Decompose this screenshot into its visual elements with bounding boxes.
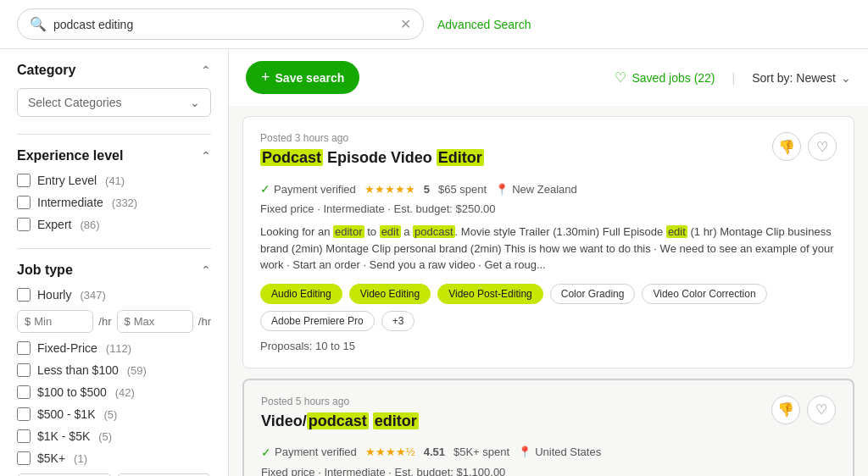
clear-icon[interactable]: ✕ [400,16,411,32]
job-header-left-1: Posted 3 hours ago Podcast Episode Video… [260,132,484,175]
category-chevron-down-icon: ⌄ [190,96,200,109]
job-actions-2: 👎 ♡ [771,396,836,424]
experience-entry-item[interactable]: Entry Level (41) [17,174,211,187]
job-header-1: Posted 3 hours ago Podcast Episode Video… [260,132,837,175]
heart-icon: ♡ [615,69,626,86]
category-title: Category [17,63,75,78]
experience-entry-label: Entry Level [37,174,97,187]
job-type-header[interactable]: Job type ⌃ [17,263,211,278]
job-header-left-2: Posted 5 hours ago Video/podcast editor [261,396,419,439]
divider-1 [17,134,211,135]
save-search-button[interactable]: + Save search [246,61,359,94]
job-type-500to1k-label: $500 - $1K [37,407,96,421]
job-title-highlight-1a: Podcast [260,149,323,166]
main-layout: Category ⌃ Select Categories ⌄ Experienc… [0,49,868,476]
job-type-100to500-count: (42) [115,386,135,399]
tag-audio-editing-1[interactable]: Audio Editing [260,284,342,304]
jobs-list: Posted 3 hours ago Podcast Episode Video… [229,106,868,476]
spent-2: $5K+ spent [453,446,509,458]
payment-verified-label-1: Payment verified [274,183,356,196]
dislike-button-2[interactable]: 👎 [771,396,800,424]
desc-highlight-1c: podcast [413,225,455,238]
hourly-max-wrapper[interactable]: $ [117,310,193,333]
experience-title: Experience level [17,148,123,163]
job-proposals-1: Proposals: 10 to 15 [260,340,837,352]
job-meta-1: ✓ Payment verified ★★★★★ 5 $65 spent 📍 N… [260,182,837,196]
saved-jobs-link[interactable]: ♡ Saved jobs (22) [615,69,715,86]
location-2: 📍 United States [518,446,601,458]
job-title-2[interactable]: Video/podcast editor [261,412,419,430]
dollar-sign-max: $ [125,315,131,328]
job-type-fixed-item[interactable]: Fixed-Price (112) [17,341,211,355]
job-type-fixed-count: (112) [106,342,131,355]
job-title-1[interactable]: Podcast Episode Video Editor [260,149,484,167]
experience-expert-item[interactable]: Expert (86) [17,218,211,231]
experience-chevron-icon: ⌃ [201,149,211,163]
desc-highlight-1b: edit [380,225,401,238]
dislike-button-1[interactable]: 👎 [772,132,801,161]
toolbar: + Save search ♡ Saved jobs (22) | Sort b… [229,49,868,106]
job-type-5kplus-item[interactable]: $5K+ (1) [17,451,211,465]
stars-1: ★★★★★ [364,183,415,196]
experience-intermediate-item[interactable]: Intermediate (332) [17,196,211,209]
page-wrapper: 🔍 ✕ Advanced Search Category ⌃ Select Ca… [0,0,868,476]
job-type-lt100-item[interactable]: Less than $100 (59) [17,363,211,377]
job-posted-2: Posted 5 hours ago [261,396,419,407]
experience-entry-checkbox[interactable] [17,174,31,187]
job-type-fixed-checkbox[interactable] [17,341,31,355]
job-type-lt100-label: Less than $100 [37,363,119,377]
payment-verified-label-2: Payment verified [275,446,357,458]
job-type-title: Job type [17,263,73,278]
tag-video-post-editing-1[interactable]: Video Post-Editing [437,284,543,304]
rating-2: 4.51 [424,446,445,458]
job-type-lt100-checkbox[interactable] [17,363,31,377]
experience-header[interactable]: Experience level ⌃ [17,148,211,163]
desc-highlight-1a: editor [333,225,364,238]
job-type-500to1k-checkbox[interactable] [17,407,31,421]
hourly-min-wrapper[interactable]: $ [17,310,93,333]
job-type-1kto5k-checkbox[interactable] [17,429,31,443]
location-text-1: New Zealand [512,183,577,196]
search-input[interactable] [53,18,393,31]
job-type-1kto5k-item[interactable]: $1K - $5K (5) [17,429,211,443]
job-price-info-2: Fixed price · Intermediate · Est. budget… [261,466,836,477]
job-type-100to500-checkbox[interactable] [17,385,31,399]
job-posted-1: Posted 3 hours ago [260,132,484,144]
desc-highlight-1d: edit [666,225,687,238]
job-type-lt100-count: (59) [127,364,147,377]
job-type-hourly-checkbox[interactable] [17,288,31,302]
experience-intermediate-checkbox[interactable] [17,196,31,209]
search-bar: 🔍 ✕ Advanced Search [0,0,868,49]
search-input-wrapper[interactable]: 🔍 ✕ [17,8,424,40]
hourly-max-input[interactable] [134,315,176,328]
job-actions-1: 👎 ♡ [772,132,837,161]
advanced-search-link[interactable]: Advanced Search [437,18,531,31]
sort-chevron-icon: ⌄ [841,71,851,85]
job-type-5kplus-checkbox[interactable] [17,451,31,465]
tag-adobe-premiere-1[interactable]: Adobe Premiere Pro [260,311,375,331]
experience-entry-count: (41) [105,174,125,187]
job-type-500to1k-item[interactable]: $500 - $1K (5) [17,407,211,421]
tag-color-grading-1[interactable]: Color Grading [550,284,636,304]
hourly-min-input[interactable] [34,315,76,328]
experience-expert-checkbox[interactable] [17,218,31,231]
save-job-button-1[interactable]: ♡ [808,132,837,161]
location-1: 📍 New Zealand [495,183,577,196]
category-select[interactable]: Select Categories ⌄ [17,88,211,117]
job-type-1kto5k-count: (5) [98,430,112,443]
job-tags-1: Audio Editing Video Editing Video Post-E… [260,284,837,331]
tag-video-editing-1[interactable]: Video Editing [349,284,431,304]
sort-label: Sort by: Newest [752,71,836,85]
payment-verified-1: ✓ Payment verified [260,182,356,196]
sort-dropdown[interactable]: Sort by: Newest ⌄ [752,71,851,85]
job-price-info-1: Fixed price · Intermediate · Est. budget… [260,202,837,215]
content-area: + Save search ♡ Saved jobs (22) | Sort b… [229,49,868,476]
job-type-5kplus-label: $5K+ [37,451,65,465]
job-type-hourly-item[interactable]: Hourly (347) [17,288,211,302]
hourly-unit-2: /hr [198,315,211,328]
category-header[interactable]: Category ⌃ [17,63,211,78]
job-type-100to500-item[interactable]: $100 to $500 (42) [17,385,211,399]
save-job-button-2[interactable]: ♡ [807,396,836,424]
tag-video-color-correction-1[interactable]: Video Color Correction [642,284,766,304]
tag-more-1[interactable]: +3 [381,311,415,331]
